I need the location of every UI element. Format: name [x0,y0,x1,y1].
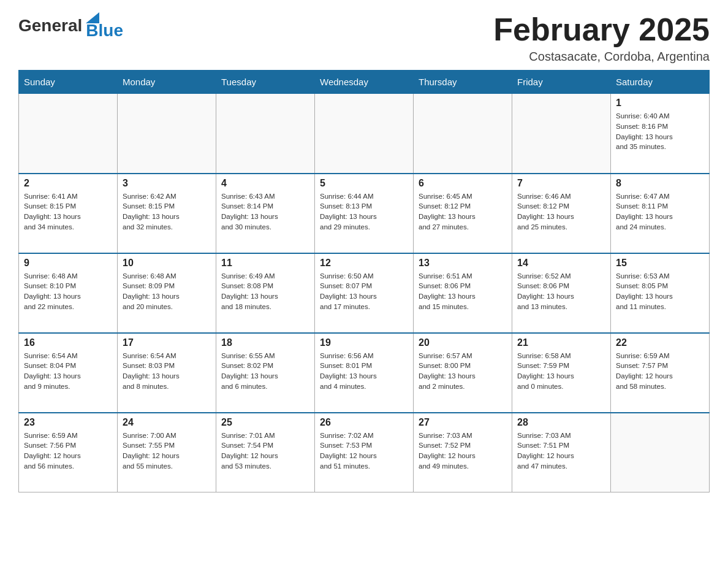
calendar-week-row: 9Sunrise: 6:48 AM Sunset: 8:10 PM Daylig… [19,253,710,333]
table-row: 10Sunrise: 6:48 AM Sunset: 8:09 PM Dayli… [118,253,216,333]
day-info: Sunrise: 7:01 AM Sunset: 7:54 PM Dayligh… [221,431,309,472]
day-number: 18 [221,337,309,348]
day-number: 6 [419,178,507,189]
day-number: 16 [24,337,112,348]
table-row: 27Sunrise: 7:03 AM Sunset: 7:52 PM Dayli… [414,413,512,492]
day-info: Sunrise: 6:41 AM Sunset: 8:15 PM Dayligh… [24,191,112,232]
day-info: Sunrise: 6:49 AM Sunset: 8:08 PM Dayligh… [221,271,309,312]
day-number: 9 [24,258,112,269]
calendar-week-row: 1Sunrise: 6:40 AM Sunset: 8:16 PM Daylig… [19,94,710,174]
table-row: 23Sunrise: 6:59 AM Sunset: 7:56 PM Dayli… [19,413,118,492]
day-number: 11 [221,258,309,269]
logo: General Blue [18,12,123,39]
day-info: Sunrise: 6:48 AM Sunset: 8:09 PM Dayligh… [123,271,211,312]
day-number: 1 [616,98,704,109]
table-row: 19Sunrise: 6:56 AM Sunset: 8:01 PM Dayli… [315,333,414,413]
table-row: 18Sunrise: 6:55 AM Sunset: 8:02 PM Dayli… [216,333,315,413]
header-sunday: Sunday [19,71,118,94]
table-row [512,94,611,174]
calendar-table: Sunday Monday Tuesday Wednesday Thursday… [18,70,710,492]
logo-text-blue: Blue [86,22,123,39]
calendar-week-row: 16Sunrise: 6:54 AM Sunset: 8:04 PM Dayli… [19,333,710,413]
day-info: Sunrise: 6:57 AM Sunset: 8:00 PM Dayligh… [419,351,507,392]
table-row: 15Sunrise: 6:53 AM Sunset: 8:05 PM Dayli… [611,253,710,333]
day-info: Sunrise: 7:03 AM Sunset: 7:52 PM Dayligh… [419,431,507,472]
table-row: 1Sunrise: 6:40 AM Sunset: 8:16 PM Daylig… [611,94,710,174]
day-info: Sunrise: 6:53 AM Sunset: 8:05 PM Dayligh… [616,271,704,312]
day-number: 2 [24,178,112,189]
header-thursday: Thursday [414,71,512,94]
day-number: 21 [517,337,605,348]
day-info: Sunrise: 6:59 AM Sunset: 7:57 PM Dayligh… [616,351,704,392]
calendar-week-row: 23Sunrise: 6:59 AM Sunset: 7:56 PM Dayli… [19,413,710,492]
header-wednesday: Wednesday [315,71,414,94]
table-row: 25Sunrise: 7:01 AM Sunset: 7:54 PM Dayli… [216,413,315,492]
title-section: February 2025 Costasacate, Cordoba, Arge… [493,12,710,64]
day-number: 10 [123,258,211,269]
day-number: 27 [419,417,507,428]
calendar-title: February 2025 [493,12,710,47]
day-number: 24 [123,417,211,428]
table-row: 26Sunrise: 7:02 AM Sunset: 7:53 PM Dayli… [315,413,414,492]
calendar-week-row: 2Sunrise: 6:41 AM Sunset: 8:15 PM Daylig… [19,174,710,253]
table-row [118,94,216,174]
day-info: Sunrise: 6:46 AM Sunset: 8:12 PM Dayligh… [517,191,605,232]
day-number: 17 [123,337,211,348]
table-row: 13Sunrise: 6:51 AM Sunset: 8:06 PM Dayli… [414,253,512,333]
table-row: 3Sunrise: 6:42 AM Sunset: 8:15 PM Daylig… [118,174,216,253]
day-number: 15 [616,258,704,269]
day-number: 28 [517,417,605,428]
header-tuesday: Tuesday [216,71,315,94]
table-row: 12Sunrise: 6:50 AM Sunset: 8:07 PM Dayli… [315,253,414,333]
table-row: 11Sunrise: 6:49 AM Sunset: 8:08 PM Dayli… [216,253,315,333]
day-info: Sunrise: 6:58 AM Sunset: 7:59 PM Dayligh… [517,351,605,392]
table-row: 20Sunrise: 6:57 AM Sunset: 8:00 PM Dayli… [414,333,512,413]
day-info: Sunrise: 7:00 AM Sunset: 7:55 PM Dayligh… [123,431,211,472]
day-number: 20 [419,337,507,348]
header-friday: Friday [512,71,611,94]
table-row: 8Sunrise: 6:47 AM Sunset: 8:11 PM Daylig… [611,174,710,253]
day-number: 8 [616,178,704,189]
header-monday: Monday [118,71,216,94]
table-row [216,94,315,174]
table-row: 16Sunrise: 6:54 AM Sunset: 8:04 PM Dayli… [19,333,118,413]
table-row [611,413,710,492]
day-info: Sunrise: 7:03 AM Sunset: 7:51 PM Dayligh… [517,431,605,472]
table-row: 17Sunrise: 6:54 AM Sunset: 8:03 PM Dayli… [118,333,216,413]
day-info: Sunrise: 6:45 AM Sunset: 8:12 PM Dayligh… [419,191,507,232]
table-row: 24Sunrise: 7:00 AM Sunset: 7:55 PM Dayli… [118,413,216,492]
day-info: Sunrise: 6:59 AM Sunset: 7:56 PM Dayligh… [24,431,112,472]
day-number: 14 [517,258,605,269]
day-number: 13 [419,258,507,269]
day-info: Sunrise: 6:43 AM Sunset: 8:14 PM Dayligh… [221,191,309,232]
day-info: Sunrise: 6:54 AM Sunset: 8:03 PM Dayligh… [123,351,211,392]
day-info: Sunrise: 6:47 AM Sunset: 8:11 PM Dayligh… [616,191,704,232]
table-row: 2Sunrise: 6:41 AM Sunset: 8:15 PM Daylig… [19,174,118,253]
day-info: Sunrise: 6:50 AM Sunset: 8:07 PM Dayligh… [320,271,408,312]
logo-text-general: General [18,16,82,36]
calendar-header-row: Sunday Monday Tuesday Wednesday Thursday… [19,71,710,94]
day-info: Sunrise: 7:02 AM Sunset: 7:53 PM Dayligh… [320,431,408,472]
day-number: 12 [320,258,408,269]
table-row: 21Sunrise: 6:58 AM Sunset: 7:59 PM Dayli… [512,333,611,413]
page-header: General Blue February 2025 Costasacate, … [18,12,710,64]
day-info: Sunrise: 6:52 AM Sunset: 8:06 PM Dayligh… [517,271,605,312]
header-saturday: Saturday [611,71,710,94]
day-number: 23 [24,417,112,428]
calendar-subtitle: Costasacate, Cordoba, Argentina [493,50,710,64]
day-number: 25 [221,417,309,428]
day-number: 4 [221,178,309,189]
day-info: Sunrise: 6:55 AM Sunset: 8:02 PM Dayligh… [221,351,309,392]
table-row: 7Sunrise: 6:46 AM Sunset: 8:12 PM Daylig… [512,174,611,253]
table-row [315,94,414,174]
day-number: 3 [123,178,211,189]
day-info: Sunrise: 6:51 AM Sunset: 8:06 PM Dayligh… [419,271,507,312]
day-number: 5 [320,178,408,189]
table-row: 28Sunrise: 7:03 AM Sunset: 7:51 PM Dayli… [512,413,611,492]
table-row: 6Sunrise: 6:45 AM Sunset: 8:12 PM Daylig… [414,174,512,253]
day-number: 7 [517,178,605,189]
day-info: Sunrise: 6:48 AM Sunset: 8:10 PM Dayligh… [24,271,112,312]
table-row: 9Sunrise: 6:48 AM Sunset: 8:10 PM Daylig… [19,253,118,333]
table-row: 4Sunrise: 6:43 AM Sunset: 8:14 PM Daylig… [216,174,315,253]
day-info: Sunrise: 6:42 AM Sunset: 8:15 PM Dayligh… [123,191,211,232]
